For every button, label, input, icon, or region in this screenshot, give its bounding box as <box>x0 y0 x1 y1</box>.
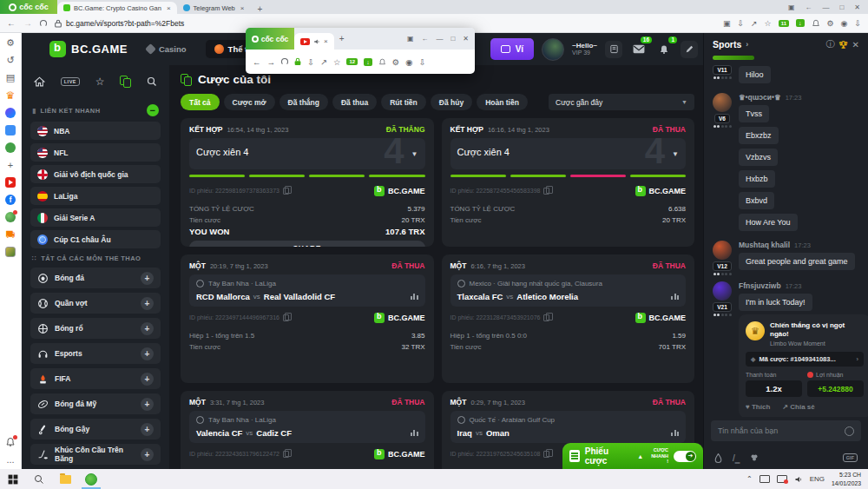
share-bet-button[interactable]: ↗ Chia sẻ <box>782 403 814 411</box>
header-bell-icon[interactable]: 1 <box>655 41 673 58</box>
download-icon[interactable]: ⇩ <box>738 19 745 28</box>
bet-card[interactable]: MỘT20:19, 7 thg 1, 2023 ĐÃ THUA Tây Ban … <box>181 254 434 383</box>
chat-avatar[interactable] <box>713 241 732 260</box>
close-tab-icon[interactable]: × <box>240 4 245 12</box>
coc-coc-taskbar-icon[interactable] <box>78 469 104 489</box>
chat-input[interactable]: Tin nhắn của bạn <box>711 420 861 441</box>
close-tab-icon[interactable]: × <box>167 4 171 12</box>
chat-username[interactable]: Mushtaq khalil <box>739 241 790 249</box>
chat-avatar[interactable] <box>713 93 732 112</box>
bet-card[interactable]: KẾT HỢP16:54, 14 thg 1, 2023 ĐÃ THẮNG Cư… <box>181 118 434 247</box>
sport-item[interactable]: Bóng đá + <box>30 268 161 288</box>
language-indicator[interactable]: ENG <box>810 475 825 483</box>
filter-pill[interactable]: Đã thắng <box>279 94 328 110</box>
match-summary[interactable]: Mexico · Giải hạng nhất quốc gia, Clausu… <box>450 274 687 307</box>
shared-bet-card[interactable]: ♛ Chiến thắng có vị ngọt ngào! Limbo Wow… <box>739 314 868 417</box>
rain-icon[interactable] <box>714 453 722 463</box>
popup-youtube-tab[interactable]: × <box>294 33 334 50</box>
crown-icon[interactable]: ♛ <box>5 89 16 101</box>
popup-tray-icon[interactable]: ⇩ <box>418 57 425 67</box>
like-button[interactable]: ♥ Thích <box>746 403 770 411</box>
quick-link-item[interactable]: Giải vô địch quốc gia <box>30 165 161 183</box>
tab-bcgame[interactable]: BC.Game: Crypto Casino Gan× <box>57 2 177 14</box>
stats-chart-icon[interactable] <box>671 430 679 436</box>
reload-icon[interactable] <box>40 20 47 27</box>
combo-bet-summary[interactable]: Cược xiên 4 4 ▼ <box>450 138 687 169</box>
more-icon[interactable]: ... <box>5 453 16 465</box>
chat-username[interactable]: ♛•qɯɔcи•♛ <box>739 93 781 102</box>
sport-item[interactable]: Quần vợt + <box>30 293 161 314</box>
popup-restore-icon[interactable]: ← <box>421 35 428 43</box>
games-icon[interactable] <box>5 142 16 153</box>
url-box[interactable]: bc.game/vi/sports?bt-path=%2Fbets <box>55 19 184 28</box>
filter-pill[interactable]: Tất cả <box>181 94 220 110</box>
quick-link-item[interactable]: NBA <box>30 122 161 140</box>
facebook-icon[interactable]: f <box>5 194 16 205</box>
gif-icon[interactable]: GIF <box>843 453 858 462</box>
share-icon[interactable]: ↗ <box>751 19 758 28</box>
green-download-icon[interactable]: ↓ <box>796 19 805 27</box>
emoji-icon[interactable] <box>845 426 854 436</box>
reading-list-icon[interactable]: ▤ <box>5 72 16 83</box>
sport-item[interactable]: Khúc Côn Cầu Trên Băng + <box>30 444 161 465</box>
copy-icon[interactable] <box>543 314 549 321</box>
tab-search-icon[interactable]: ▣ <box>788 3 795 11</box>
filter-pill[interactable]: Đã thua <box>332 94 377 110</box>
file-explorer-icon[interactable] <box>52 469 78 489</box>
quick-link-item[interactable]: Cúp C1 châu Âu <box>30 230 161 248</box>
tray-expand-icon[interactable]: ⌃ <box>746 475 753 483</box>
filter-pill[interactable]: Hoàn tiền <box>477 94 528 110</box>
popup-bell-icon[interactable] <box>378 58 386 66</box>
popup-maximize-icon[interactable]: □ <box>450 35 455 43</box>
chevron-down-icon[interactable]: ▼ <box>672 150 679 158</box>
my-bets-icon[interactable] <box>120 76 131 88</box>
wallet-button[interactable]: Ví <box>490 38 534 60</box>
copy-icon[interactable] <box>283 451 289 458</box>
popup-browser-window[interactable]: cốc cốc × + ▣ ← — □ ✕ ← → ⇩ ↗ ☆ 12 <box>246 28 475 74</box>
ledger-icon[interactable] <box>605 41 622 58</box>
popup-share-icon[interactable]: ↗ <box>320 57 327 67</box>
tab-telegram[interactable]: Telegram Web× <box>177 2 251 14</box>
chat-compose-icon[interactable] <box>681 41 698 58</box>
bookmark-star-icon[interactable]: ☆ <box>765 19 772 28</box>
stats-chart-icon[interactable] <box>411 430 418 436</box>
bcgame-logo[interactable]: BC.GAME <box>49 41 128 57</box>
bet-card[interactable]: MỘT6:16, 7 thg 1, 2023 ĐÃ THUA Mexico · … <box>442 254 695 383</box>
sport-item[interactable]: Bóng Gậy + <box>30 419 161 439</box>
popup-reload-icon[interactable] <box>281 58 288 65</box>
popup-close-icon[interactable]: ✕ <box>463 35 469 43</box>
quick-bet-toggle[interactable] <box>674 451 696 462</box>
quick-link-item[interactable]: LaLiga <box>30 187 161 205</box>
add-shortcut-icon[interactable]: + <box>5 159 16 170</box>
live-icon[interactable]: LIVE <box>61 77 80 86</box>
messenger-icon[interactable] <box>5 107 16 118</box>
expand-plus-icon[interactable]: + <box>141 297 154 310</box>
taskbar-search-icon[interactable] <box>26 469 52 489</box>
downloads-tray-icon[interactable]: ⇩ <box>854 19 861 28</box>
stats-chart-icon[interactable] <box>411 294 418 300</box>
match-summary[interactable]: Quốc Tế · Arabian Gulf Cup Iraq vs Oman <box>450 411 687 443</box>
filter-pill[interactable]: Cược mở <box>224 94 275 110</box>
trophy-icon[interactable]: 🏆︎ <box>839 40 848 50</box>
popup-star-icon[interactable]: ☆ <box>333 57 341 67</box>
minimize-button[interactable]: — <box>822 3 829 11</box>
sort-dropdown[interactable]: Cược gần đây▼ <box>549 94 694 110</box>
copy-icon[interactable] <box>283 188 289 195</box>
search-icon[interactable] <box>147 76 157 87</box>
maximize-button[interactable]: □ <box>839 3 844 11</box>
match-summary[interactable]: Tây Ban Nha · LaLiga Valencia CF vs Cadi… <box>189 411 425 443</box>
sport-item[interactable]: Bóng đá Mỹ + <box>30 393 161 414</box>
new-tab-button[interactable]: + <box>250 4 269 14</box>
chat-avatar[interactable] <box>713 281 732 301</box>
extensions-icon[interactable]: ⚙ <box>827 19 834 28</box>
popup-download-icon[interactable]: ⇩ <box>307 57 314 67</box>
filter-pill[interactable]: Đã hủy <box>431 94 472 110</box>
popup-back-icon[interactable]: ← <box>253 57 261 67</box>
favorites-star-icon[interactable]: ☆ <box>95 76 105 88</box>
expand-plus-icon[interactable]: + <box>141 423 154 436</box>
match-summary[interactable]: Tây Ban Nha · LaLiga RCD Mallorca vs Rea… <box>189 274 425 307</box>
back-strip-icon[interactable]: ← <box>805 3 812 11</box>
tab-count-chip[interactable]: 11 <box>779 20 789 27</box>
notification-bell-icon[interactable] <box>812 19 820 28</box>
close-chat-icon[interactable]: ✕ <box>852 40 859 50</box>
